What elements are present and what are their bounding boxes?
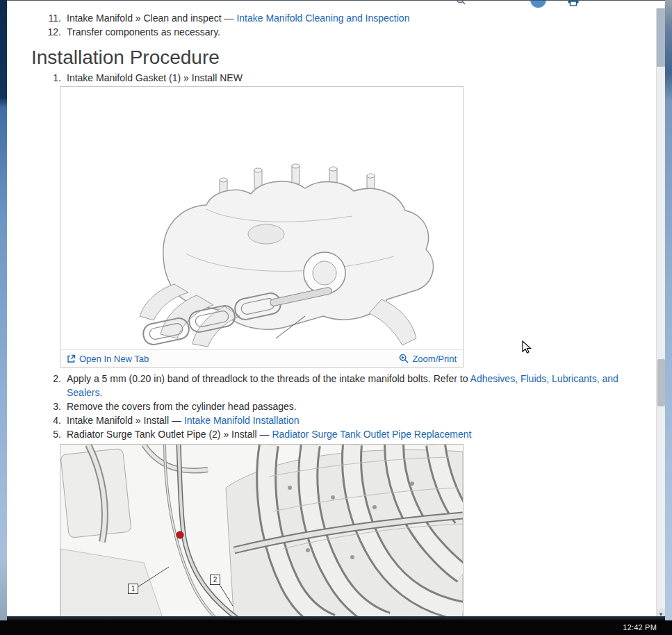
item-number: 2. — [43, 372, 61, 399]
item-number: 3. — [43, 399, 61, 413]
list-item-12: 12. Transfer components as necessary. — [7, 25, 656, 39]
item-text: Apply a 5 mm (0.20 in) band of threadloc… — [67, 372, 627, 399]
document-content: 11. Intake Manifold » Clean and inspect … — [7, 8, 656, 620]
print-icon[interactable] — [567, 0, 580, 6]
background-window-edge-right — [665, 0, 672, 620]
item-number: 12. — [43, 25, 61, 39]
zoom-print-label: Zoom/Print — [412, 354, 457, 364]
avatar-person-icon — [535, 0, 541, 1]
taskbar: 12:42 PM — [0, 620, 672, 635]
intake-manifold-diagram — [60, 87, 463, 349]
desktop: 11. Intake Manifold » Clean and inspect … — [0, 0, 672, 635]
item-number: 1. — [43, 71, 61, 85]
service-manual-window: 11. Intake Manifold » Clean and inspect … — [7, 0, 665, 620]
procedure-list-removal-tail: 11. Intake Manifold » Clean and inspect … — [7, 11, 656, 39]
installation-step-list-cont: 2. Apply a 5 mm (0.20 in) band of thread… — [7, 372, 656, 441]
step-item-4: 4. Intake Manifold » Install — Intake Ma… — [7, 413, 656, 427]
step-item-3: 3. Remove the covers from the cylinder h… — [7, 399, 656, 413]
step-item-5: 5. Radiator Surge Tank Outlet Pipe (2) »… — [7, 427, 656, 441]
installation-step-list: 1. Intake Manifold Gasket (1) » Install … — [7, 71, 656, 85]
item-text-static: Intake Manifold » Install — — [67, 415, 184, 426]
step-item-2: 2. Apply a 5 mm (0.20 in) band of thread… — [7, 372, 656, 399]
background-window-edge-left — [0, 0, 7, 620]
figure-intake-manifold-gasket: Open In New Tab Zoom/Print — [60, 86, 464, 368]
open-in-new-tab-link[interactable]: Open In New Tab — [67, 354, 149, 364]
link-intake-manifold-cleaning-inspection[interactable]: Intake Manifold Cleaning and Inspection — [236, 13, 409, 24]
item-number: 5. — [43, 427, 61, 441]
page-title: Installation Procedure — [31, 46, 656, 69]
item-number: 11. — [43, 11, 61, 25]
item-text: Intake Manifold » Install — Intake Manif… — [67, 413, 300, 427]
taskbar-clock[interactable]: 12:42 PM — [623, 623, 657, 632]
search-icon[interactable] — [455, 0, 466, 6]
zoom-in-icon — [399, 354, 409, 363]
mouse-cursor — [520, 340, 534, 354]
item-text: Intake Manifold » Clean and inspect — In… — [67, 11, 409, 25]
callout-2: 2 — [210, 575, 220, 585]
vertical-scrollbar[interactable]: ▾ — [656, 8, 665, 620]
list-item-11: 11. Intake Manifold » Clean and inspect … — [7, 11, 656, 25]
item-text-static: Apply a 5 mm (0.20 in) band of threadloc… — [67, 373, 470, 384]
item-text: Transfer components as necessary. — [67, 25, 220, 39]
item-text-static: Radiator Surge Tank Outlet Pipe (2) » In… — [67, 429, 272, 440]
figure-radiator-surge-tank-pipe: 1 2 — [60, 444, 464, 620]
open-in-new-icon — [67, 354, 76, 363]
item-text: Remove the covers from the cylinder head… — [67, 399, 297, 413]
scrollbar-thumb[interactable] — [657, 359, 665, 406]
item-text: Intake Manifold Gasket (1) » Install NEW — [67, 71, 243, 85]
item-text: Radiator Surge Tank Outlet Pipe (2) » In… — [67, 427, 471, 441]
figure-toolbar: Open In New Tab Zoom/Print — [60, 349, 463, 367]
engine-diagram — [60, 445, 463, 620]
link-intake-manifold-installation[interactable]: Intake Manifold Installation — [184, 415, 300, 426]
step-item-1: 1. Intake Manifold Gasket (1) » Install … — [7, 71, 656, 85]
callout-1: 1 — [128, 584, 138, 594]
user-avatar[interactable] — [530, 0, 546, 8]
item-text-static: Intake Manifold » Clean and inspect — — [67, 13, 236, 24]
link-radiator-surge-tank-outlet-pipe-replacement[interactable]: Radiator Surge Tank Outlet Pipe Replacem… — [272, 429, 471, 440]
scrollbar-top-shade — [657, 8, 665, 67]
item-number: 4. — [43, 413, 61, 427]
zoom-print-link[interactable]: Zoom/Print — [399, 354, 457, 364]
open-in-new-tab-label: Open In New Tab — [79, 354, 149, 364]
